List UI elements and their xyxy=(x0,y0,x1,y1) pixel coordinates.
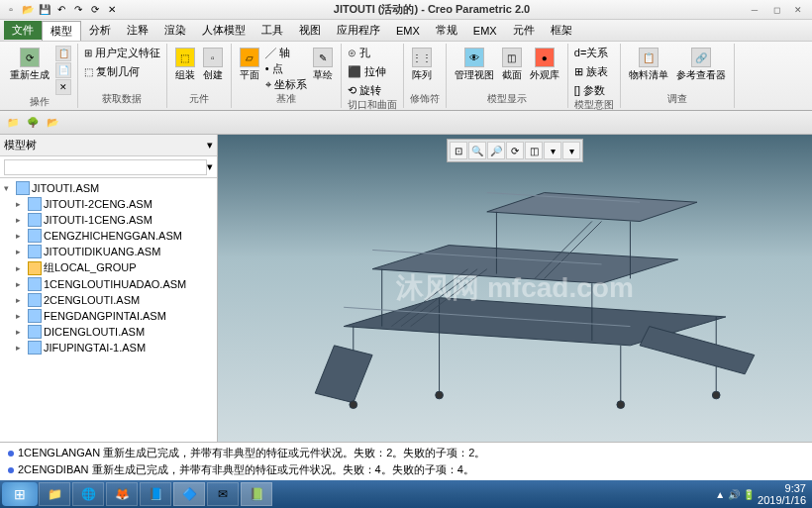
taskbar-app[interactable]: 🌐 xyxy=(72,482,104,506)
tree-filter-icon[interactable]: ▾ xyxy=(207,160,213,173)
tray-icon[interactable]: 🔋 xyxy=(743,489,755,500)
message-line: 1CENGLANGAN 重新生成已完成，并带有非典型的特征或元件状况。失败：2。… xyxy=(8,445,804,461)
tree-search-input[interactable] xyxy=(4,159,207,175)
model-tree-panel: 模型树 ▾ ▾ ▾JITOUTI.ASM ▸JITOUTI-2CENG.ASM … xyxy=(0,135,218,442)
csys-button[interactable]: ⌖ 坐标系 xyxy=(265,77,307,92)
axis-button[interactable]: ╱ 轴 xyxy=(265,46,307,60)
window-controls: ─ ◻ ✕ xyxy=(745,3,808,17)
taskbar-app[interactable]: ✉ xyxy=(207,482,239,506)
taskbar-app[interactable]: 📘 xyxy=(140,482,171,506)
tree-item[interactable]: ▸2CENGLOUTI.ASM xyxy=(2,292,215,308)
qat-new-icon[interactable]: ▫ xyxy=(4,3,18,17)
quick-access-toolbar: ▫ 📂 💾 ↶ ↷ ⟳ ✕ xyxy=(4,3,119,17)
tree-item[interactable]: ▸组LOCAL_GROUP xyxy=(2,259,215,276)
tab-framework[interactable]: 框架 xyxy=(543,21,580,40)
tree-item[interactable]: ▸JITOUTIDIKUANG.ASM xyxy=(2,244,215,259)
qat-close-icon[interactable]: ✕ xyxy=(105,3,119,17)
bullet-icon xyxy=(8,467,14,473)
taskbar-app[interactable]: 🔷 xyxy=(173,482,205,506)
asm-icon xyxy=(28,293,42,307)
refview-button[interactable]: 🔗参考查看器 xyxy=(674,46,728,84)
ribbon-group-investigate: 📋物料清单 🔗参考查看器 调查 xyxy=(621,44,735,108)
tab-emx2[interactable]: EMX xyxy=(465,23,505,39)
tray-icon[interactable]: 🔊 xyxy=(728,489,740,500)
tree-item[interactable]: ▸DICENGLOUTI.ASM xyxy=(2,324,215,340)
tree-header: 模型树 ▾ xyxy=(0,135,217,156)
qat-open-icon[interactable]: 📂 xyxy=(21,3,35,17)
appearance-button[interactable]: ●外观库 xyxy=(528,46,561,84)
udf-button[interactable]: ⊞ 用户定义特征 xyxy=(84,46,160,60)
tree-item[interactable]: ▸JITOUTI-2CENG.ASM xyxy=(2,196,215,212)
taskbar-app[interactable]: 📁 xyxy=(39,482,70,506)
asm-icon xyxy=(28,277,42,291)
tab-analysis[interactable]: 分析 xyxy=(81,21,119,40)
paste-icon[interactable]: 📄 xyxy=(55,62,71,78)
sketch-button[interactable]: ✎草绘 xyxy=(311,46,335,92)
tree-settings-icon[interactable]: ▾ xyxy=(207,139,213,152)
3d-viewport[interactable]: ⊡ 🔍 🔎 ⟳ ◫ ▾ ▾ xyxy=(218,135,812,442)
qat-redo-icon[interactable]: ↷ xyxy=(71,3,85,17)
secondary-toolbar: 📁 🌳 📂 xyxy=(0,111,812,135)
copygeom-button[interactable]: ⬚ 复制几何 xyxy=(84,64,160,79)
maximize-button[interactable]: ◻ xyxy=(766,3,786,17)
ribbon-group-modifier: ⋮⋮阵列 修饰符 xyxy=(404,44,447,108)
plane-button[interactable]: ▱平面 xyxy=(238,46,261,92)
bom-button[interactable]: 📋物料清单 xyxy=(627,46,670,84)
family-button[interactable]: ⊞ 族表 xyxy=(574,64,614,79)
tab-tools[interactable]: 工具 xyxy=(254,21,291,40)
point-button[interactable]: • 点 xyxy=(265,61,307,76)
start-button[interactable]: ⊞ xyxy=(2,482,38,506)
ribbon: ⟳重新生成 📋 📄 ✕ 操作 ⊞ 用户定义特征 ⬚ 复制几何 获取数据 ⬚组装 … xyxy=(0,42,812,111)
tree-item[interactable]: ▸FENGDANGPINTAI.ASM xyxy=(2,308,215,324)
tab-view[interactable]: 视图 xyxy=(291,21,329,40)
revolve-button[interactable]: ⟲ 旋转 xyxy=(348,83,397,98)
extrude-button[interactable]: ⬛ 拉伸 xyxy=(348,64,397,79)
taskbar-app[interactable]: 🦊 xyxy=(106,482,138,506)
pattern-button[interactable]: ⋮⋮阵列 xyxy=(410,46,434,84)
qat-undo-icon[interactable]: ↶ xyxy=(54,3,68,17)
hole-button[interactable]: ⊙ 孔 xyxy=(348,46,397,60)
tab-model[interactable]: 模型 xyxy=(42,21,81,41)
tab-annotate[interactable]: 注释 xyxy=(119,21,156,40)
close-button[interactable]: ✕ xyxy=(788,3,808,17)
relations-button[interactable]: d=关系 xyxy=(574,46,614,60)
taskbar-app[interactable]: 📗 xyxy=(241,482,272,506)
params-button[interactable]: [] 参数 xyxy=(574,83,614,98)
tree-item[interactable]: ▸CENGZHICHENGGAN.ASM xyxy=(2,228,215,244)
tab-manikin[interactable]: 人体模型 xyxy=(194,21,254,40)
tab-emx1[interactable]: EMX xyxy=(388,23,428,39)
system-tray[interactable]: ▲ 🔊 🔋 9:37 2019/1/16 xyxy=(711,482,810,506)
tab-general[interactable]: 常规 xyxy=(428,21,465,40)
asm-icon xyxy=(28,197,42,211)
tree-item[interactable]: ▸JITOUTI-1CENG.ASM xyxy=(2,212,215,228)
qat-regen-icon[interactable]: ⟳ xyxy=(88,3,102,17)
section-button[interactable]: ◫截面 xyxy=(500,46,524,84)
regenerate-button[interactable]: ⟳重新生成 xyxy=(8,46,51,95)
tree-icon[interactable]: 🌳 xyxy=(24,114,42,132)
folder2-icon[interactable]: 📂 xyxy=(44,114,61,132)
svg-point-11 xyxy=(350,401,357,409)
copy-icon[interactable]: 📋 xyxy=(55,46,71,61)
ribbon-group-datum: ▱平面 ╱ 轴 • 点 ⌖ 坐标系 ✎草绘 基准 xyxy=(232,44,342,108)
minimize-button[interactable]: ─ xyxy=(745,3,764,17)
create-button[interactable]: ▫创建 xyxy=(201,46,225,84)
tray-icon[interactable]: ▲ xyxy=(715,489,725,500)
folder-icon[interactable]: 📁 xyxy=(4,114,22,132)
tree-item[interactable]: ▸1CENGLOUTIHUADAO.ASM xyxy=(2,276,215,292)
tab-file[interactable]: 文件 xyxy=(4,21,42,40)
tree-body[interactable]: ▾JITOUTI.ASM ▸JITOUTI-2CENG.ASM ▸JITOUTI… xyxy=(0,178,217,442)
assemble-button[interactable]: ⬚组装 xyxy=(173,46,197,84)
tab-component[interactable]: 元件 xyxy=(505,21,543,40)
tree-title: 模型树 xyxy=(4,138,37,152)
asm-icon xyxy=(16,181,30,195)
tree-item[interactable]: ▾JITOUTI.ASM xyxy=(2,180,215,196)
3d-model xyxy=(277,154,792,422)
manageview-button[interactable]: 👁管理视图 xyxy=(453,46,496,84)
tab-applications[interactable]: 应用程序 xyxy=(329,21,388,40)
tab-render[interactable]: 渲染 xyxy=(156,21,194,40)
delete-icon[interactable]: ✕ xyxy=(55,79,71,95)
clock[interactable]: 9:37 2019/1/16 xyxy=(758,482,806,506)
tree-item[interactable]: ▸JIFUPINGTAI-1.ASM xyxy=(2,340,215,356)
qat-save-icon[interactable]: 💾 xyxy=(38,3,51,17)
svg-point-14 xyxy=(436,391,444,399)
